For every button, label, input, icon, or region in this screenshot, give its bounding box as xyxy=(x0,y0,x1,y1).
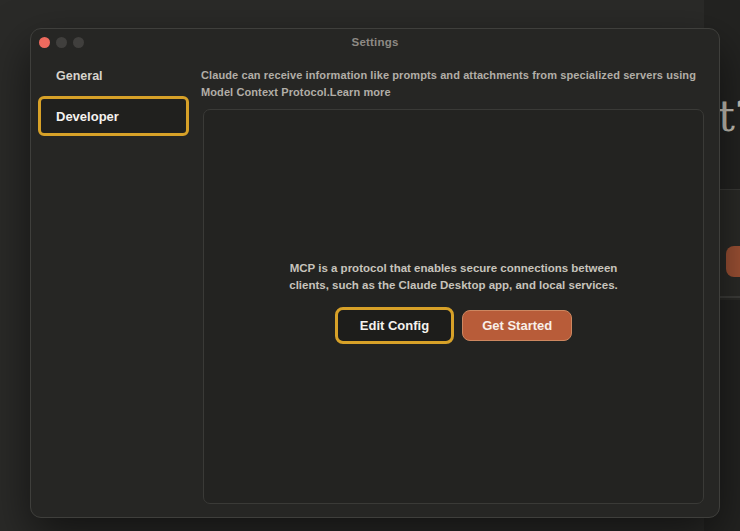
learn-more-link[interactable]: Learn more xyxy=(330,86,391,98)
background-lower-panel xyxy=(720,190,740,300)
button-row: Edit Config Get Started xyxy=(335,307,572,344)
edit-config-button[interactable]: Edit Config xyxy=(338,310,451,341)
panel-content: MCP is a protocol that enables secure co… xyxy=(204,260,703,344)
get-started-button[interactable]: Get Started xyxy=(462,310,572,341)
window-title: Settings xyxy=(31,36,719,48)
developer-panel: MCP is a protocol that enables secure co… xyxy=(203,109,704,504)
settings-window: Settings General Developer Claude can re… xyxy=(30,28,720,518)
titlebar: Settings xyxy=(31,29,719,57)
mcp-description-text: Claude can receive information like prom… xyxy=(201,69,696,98)
sidebar: General Developer xyxy=(31,57,203,83)
mcp-info-text: MCP is a protocol that enables secure co… xyxy=(279,260,629,293)
send-button-partial[interactable] xyxy=(726,246,740,277)
sidebar-item-general[interactable]: General xyxy=(31,57,203,83)
background-partial-heading: t? xyxy=(718,92,740,141)
mcp-description: Claude can receive information like prom… xyxy=(201,67,696,100)
edit-config-highlight-box: Edit Config xyxy=(335,307,454,344)
sidebar-item-developer[interactable]: Developer xyxy=(38,96,189,136)
sidebar-item-developer-label: Developer xyxy=(56,109,119,124)
background-input-edge xyxy=(720,296,740,298)
